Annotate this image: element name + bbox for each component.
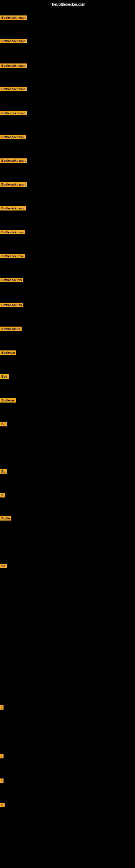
- bottleneck-result-badge[interactable]: Bottlenec: [0, 350, 16, 355]
- bottleneck-result-badge[interactable]: Bottleneck resul: [0, 135, 26, 139]
- bottleneck-result-badge[interactable]: B: [0, 493, 5, 497]
- site-title: TheBottlenecker.com: [0, 0, 135, 9]
- bottleneck-result-badge[interactable]: Bottleneck re: [0, 327, 21, 331]
- bottleneck-result-badge[interactable]: Bo: [0, 422, 7, 426]
- bottleneck-result-badge[interactable]: |: [0, 778, 3, 783]
- bottleneck-result-badge[interactable]: Bottleneck res: [0, 303, 23, 307]
- bottleneck-result-badge[interactable]: Bo: [0, 564, 7, 568]
- bottleneck-result-badge[interactable]: Bottleneck result: [0, 111, 27, 115]
- bottleneck-result-badge[interactable]: Bott: [0, 374, 9, 379]
- bottleneck-result-badge[interactable]: Bottlenec: [0, 398, 16, 403]
- bottleneck-result-badge[interactable]: Bo: [0, 469, 7, 474]
- bottleneck-result-badge[interactable]: Bottleneck result: [0, 63, 27, 68]
- bottleneck-result-badge[interactable]: |: [0, 754, 3, 758]
- bottleneck-result-badge[interactable]: E: [0, 803, 5, 807]
- bottleneck-result-badge[interactable]: Bottleneck res: [0, 278, 23, 282]
- bottleneck-result-badge[interactable]: Bottle: [0, 516, 11, 521]
- bottleneck-result-badge[interactable]: Bottleneck resu: [0, 230, 25, 235]
- bottleneck-result-badge[interactable]: Bottleneck result: [0, 182, 27, 187]
- bottleneck-result-badge[interactable]: Bottleneck result: [0, 39, 27, 43]
- bottleneck-result-badge[interactable]: Bottleneck resul: [0, 206, 26, 211]
- bottleneck-result-badge[interactable]: Bottleneck result: [0, 87, 27, 91]
- bottleneck-result-badge[interactable]: Bottleneck result: [0, 158, 27, 163]
- bottleneck-result-badge[interactable]: |: [0, 705, 3, 710]
- bottleneck-result-badge[interactable]: Bottleneck resu: [0, 254, 25, 258]
- bottleneck-result-badge[interactable]: Bottleneck result: [0, 16, 27, 20]
